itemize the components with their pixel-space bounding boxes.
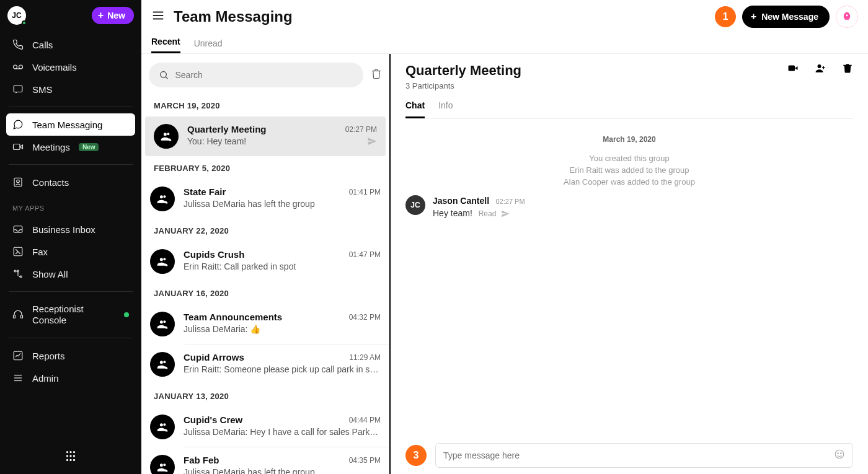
search-icon	[159, 69, 169, 81]
sidebar-item-team-messaging[interactable]: Team Messaging	[6, 113, 135, 136]
conversation-item[interactable]: Quarterly Meeting02:27 PM You: Hey team!	[145, 116, 386, 156]
svg-point-24	[73, 455, 75, 457]
search-input[interactable]	[175, 70, 353, 80]
conversation-preview: Julissa DeMaria: 👍	[184, 324, 381, 334]
header: Team Messaging 1 + New Message	[141, 0, 868, 34]
sidebar-label: Business Inbox	[32, 224, 95, 235]
svg-point-23	[69, 455, 71, 457]
plus-icon: +	[751, 11, 756, 22]
dialpad-icon	[64, 449, 78, 463]
conversation-time: 04:44 PM	[349, 416, 381, 424]
conversation-item[interactable]: Cupid Arrows11:29 AM Erin Raitt: Someone…	[141, 345, 389, 384]
dialpad-button[interactable]	[0, 438, 141, 474]
sidebar-item-contacts[interactable]: Contacts	[6, 171, 135, 193]
svg-point-39	[835, 450, 844, 459]
chat-participants: 3 Participants	[405, 81, 521, 90]
menu-icon	[151, 9, 165, 22]
svg-point-41	[841, 453, 842, 454]
chat-date-label: March 19, 2020	[405, 131, 853, 152]
new-button[interactable]: + New	[92, 7, 134, 24]
svg-point-25	[66, 459, 68, 461]
headset-icon	[12, 309, 24, 320]
sidebar-item-business-inbox[interactable]: Business Inbox	[6, 218, 135, 240]
video-icon	[787, 63, 799, 74]
message-composer[interactable]	[435, 443, 853, 468]
group-icon	[150, 455, 175, 474]
svg-line-33	[166, 77, 167, 79]
svg-point-21	[73, 451, 75, 453]
voicemail-icon	[12, 61, 24, 72]
apps-icon	[12, 268, 24, 279]
emoji-button[interactable]	[834, 449, 845, 462]
add-participant-button[interactable]	[815, 63, 826, 76]
sent-icon	[367, 136, 377, 149]
sidebar-label: Receptionist Console	[32, 304, 115, 326]
svg-rect-14	[21, 315, 23, 318]
chat-tab-chat[interactable]: Chat	[405, 100, 425, 118]
svg-point-20	[69, 451, 71, 453]
sidebar-item-admin[interactable]: Admin	[6, 367, 135, 389]
conversation-time: 01:47 PM	[349, 250, 381, 259]
divider	[9, 338, 133, 338]
menu-button[interactable]	[151, 9, 165, 25]
conversation-preview: Julissa DeMaria has left the group	[184, 199, 381, 209]
sidebar-label: Admin	[32, 373, 59, 384]
sidebar-item-calls[interactable]: Calls	[6, 33, 135, 56]
rocket-button[interactable]	[836, 6, 858, 28]
tab-unread[interactable]: Unread	[194, 38, 223, 53]
sidebar-item-receptionist[interactable]: Receptionist Console	[6, 298, 135, 331]
conversation-time: 11:29 AM	[349, 353, 381, 362]
conversation-item[interactable]: Fab Feb04:35 PM Julissa DeMaria has left…	[141, 447, 389, 474]
video-call-button[interactable]	[787, 63, 799, 76]
svg-point-19	[66, 451, 68, 453]
group-icon	[150, 312, 175, 336]
chat-title: Quarterly Meeting	[405, 63, 521, 79]
video-icon	[12, 141, 24, 152]
chart-icon	[12, 350, 24, 361]
search-field[interactable]	[149, 63, 363, 87]
conversation-item[interactable]: Team Announcements04:32 PM Julissa DeMar…	[141, 304, 389, 344]
delete-button[interactable]	[371, 68, 382, 82]
group-icon	[150, 187, 175, 211]
new-message-button[interactable]: + New Message	[742, 6, 830, 28]
composer-badge[interactable]: 3	[405, 445, 427, 466]
notification-badge[interactable]: 1	[715, 6, 736, 27]
sidebar-item-reports[interactable]: Reports	[6, 345, 135, 367]
divider	[9, 164, 133, 165]
system-message: Erin Raitt was added to the group	[405, 164, 853, 176]
delete-chat-button[interactable]	[842, 63, 853, 76]
sidebar-item-voicemails[interactable]: Voicemails	[6, 56, 135, 78]
sidebar-item-show-all[interactable]: Show All	[6, 263, 135, 285]
conversation-item[interactable]: Cupids Crush01:47 PM Erin Raitt: Call pa…	[141, 242, 389, 281]
conversation-item[interactable]: Cupid's Crew04:44 PM Julissa DeMaria: He…	[141, 407, 389, 447]
conversation-item[interactable]: State Fair01:41 PM Julissa DeMaria has l…	[141, 179, 389, 219]
date-header: FEBRUARY 5, 2020	[141, 156, 389, 179]
tab-recent[interactable]: Recent	[151, 37, 180, 53]
contacts-icon	[12, 177, 24, 188]
conversation-title: State Fair	[184, 187, 226, 197]
myapps-heading: MY APPS	[0, 196, 141, 216]
sidebar-label: SMS	[32, 84, 53, 95]
svg-point-26	[69, 459, 71, 461]
conversation-time: 04:35 PM	[349, 456, 381, 465]
view-tabs: Recent Unread	[141, 34, 868, 54]
sidebar-item-meetings[interactable]: Meetings New	[6, 136, 135, 158]
sidebar-item-sms[interactable]: SMS	[6, 78, 135, 100]
sidebar-item-fax[interactable]: Fax	[6, 240, 135, 263]
svg-point-0	[14, 65, 17, 69]
date-header: JANUARY 13, 2020	[141, 384, 389, 407]
composer-input[interactable]	[443, 450, 834, 460]
user-avatar[interactable]: JC	[7, 6, 26, 25]
system-message: Alan Cooper was added to the group	[405, 176, 853, 188]
inbox-icon	[12, 224, 24, 235]
badge-count: 3	[414, 450, 419, 461]
svg-point-1	[19, 65, 23, 69]
conversation-time: 01:41 PM	[349, 188, 381, 196]
group-icon	[150, 352, 175, 377]
conversation-list: MARCH 19, 2020 Quarterly Meeting02:27 PM…	[141, 54, 391, 474]
group-icon	[150, 415, 175, 439]
svg-point-32	[161, 72, 167, 78]
svg-point-40	[838, 453, 839, 454]
read-label: Read	[479, 209, 497, 218]
chat-tab-info[interactable]: Info	[438, 100, 453, 118]
